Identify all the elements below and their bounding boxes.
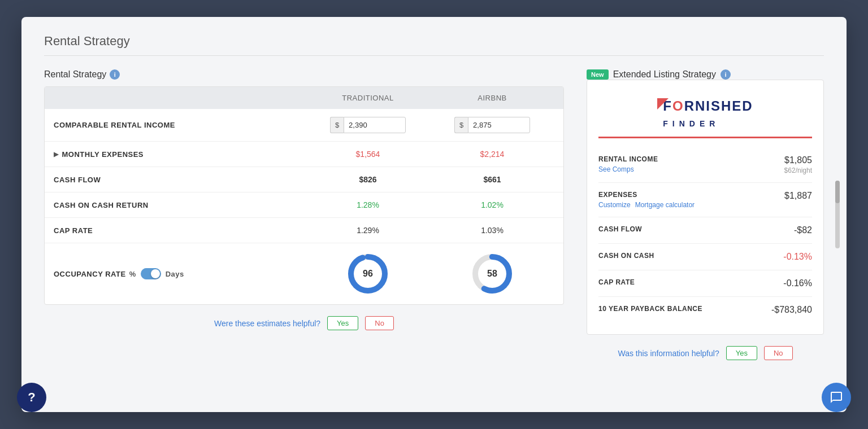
ff-caprate-label: CAP RATE <box>598 278 635 286</box>
right-helpful-text: Was this information helpful? <box>618 349 719 358</box>
rental-table: TRADITIONAL AIRBNB COMPARABLE RENTAL INC… <box>44 86 564 305</box>
row-label-expenses: ▶ MONTHLY EXPENSES <box>54 150 306 159</box>
right-helpful-row: Was this information helpful? Yes No <box>587 346 824 360</box>
ff-triangle <box>657 98 669 110</box>
rental-strategy-modal: Rental Strategy Rental Strategy i TRADIT… <box>21 17 847 412</box>
traditional-caprate: 1.29% <box>306 226 430 235</box>
chat-icon <box>830 391 843 404</box>
table-header: TRADITIONAL AIRBNB <box>45 87 563 109</box>
new-badge: New <box>587 69 609 80</box>
table-row-comparable-rental: COMPARABLE RENTAL INCOME $ $ <box>45 109 563 142</box>
header-label-col <box>54 94 306 102</box>
ff-expenses-right: $1,887 <box>784 191 812 201</box>
right-section-header: New Extended Listing Strategy i <box>587 69 824 80</box>
header-airbnb: AIRBNB <box>430 94 554 102</box>
ff-cashflow-label: CASH FLOW <box>598 225 642 233</box>
ff-row-expenses: EXPENSES Customize Mortgage calculator $… <box>598 183 812 217</box>
traditional-occupancy-donut: 96 <box>306 251 430 296</box>
occupancy-toggle-group: % Days <box>129 268 184 279</box>
table-row-expenses: ▶ MONTHLY EXPENSES $1,564 $2,214 <box>45 142 563 167</box>
donut-traditional-label: 96 <box>345 251 390 296</box>
donut-airbnb: 58 <box>470 251 515 296</box>
ff-logo-o: O <box>672 98 684 113</box>
ff-cashflow-value: -$82 <box>794 225 812 235</box>
ff-coc-value: -0.13% <box>783 252 812 262</box>
header-traditional: TRADITIONAL <box>306 94 430 102</box>
mortgage-links: Customize Mortgage calculator <box>598 201 695 209</box>
ff-payback-label: 10 YEAR PAYBACK BALANCE <box>598 305 702 313</box>
traditional-income-input[interactable] <box>344 117 406 133</box>
left-no-button[interactable]: No <box>365 316 394 330</box>
dollar-sign-trad: $ <box>330 117 344 133</box>
airbnb-occupancy-donut: 58 <box>430 251 554 296</box>
rental-strategy-info-icon[interactable]: i <box>110 69 120 80</box>
modal-body: Rental Strategy i TRADITIONAL AIRBNB COM… <box>44 69 824 360</box>
right-yes-button[interactable]: Yes <box>726 346 757 360</box>
airbnb-caprate: 1.03% <box>430 226 554 235</box>
row-label-coc: CASH ON CASH RETURN <box>54 201 306 209</box>
modal-title: Rental Strategy <box>44 34 824 49</box>
right-panel: New Extended Listing Strategy i FORNISHE… <box>587 69 824 360</box>
table-row-coc: CASH ON CASH RETURN 1.28% 1.02% <box>45 192 563 218</box>
row-label-caprate: CAP RATE <box>54 226 306 235</box>
ff-row-coc: CASH ON CASH -0.13% <box>598 244 812 270</box>
dollar-sign-airbnb: $ <box>454 117 468 133</box>
mortgage-calc-link[interactable]: Mortgage calculator <box>635 201 695 209</box>
ff-rental-income-label: RENTAL INCOME <box>598 155 658 163</box>
ff-expenses-label: EXPENSES <box>598 191 695 199</box>
chat-button[interactable] <box>822 383 851 412</box>
traditional-income-input-group: $ <box>306 117 430 133</box>
scroll-indicator[interactable] <box>835 181 840 248</box>
left-helpful-row: Were these estimates helpful? Yes No <box>44 316 564 330</box>
donut-airbnb-label: 58 <box>470 251 515 296</box>
ff-rental-income-value: $1,805 <box>784 155 812 165</box>
extended-listing-info-icon[interactable]: i <box>721 69 731 80</box>
ff-logo-line2: FINDER <box>663 119 719 128</box>
ff-rental-income-subvalue: $62/night <box>784 167 812 174</box>
donut-traditional: 96 <box>345 251 390 296</box>
furnished-finder-logo: FORNISHED FINDER <box>598 91 812 138</box>
row-label-cashflow: CASH FLOW <box>54 176 306 184</box>
furnished-finder-card: FORNISHED FINDER RENTAL INCOME See Comps <box>587 80 824 335</box>
left-panel: Rental Strategy i TRADITIONAL AIRBNB COM… <box>44 69 564 360</box>
occupancy-toggle[interactable] <box>141 268 161 279</box>
row-label-comparable: COMPARABLE RENTAL INCOME <box>54 121 306 129</box>
left-yes-button[interactable]: Yes <box>327 316 358 330</box>
airbnb-income-input[interactable] <box>468 117 530 133</box>
table-row-occupancy: OCCUPANCY RATE % Days <box>45 243 563 304</box>
see-comps-link[interactable]: See Comps <box>598 165 658 173</box>
row-label-occupancy: OCCUPANCY RATE % Days <box>54 268 306 279</box>
traditional-expenses: $1,564 <box>306 150 430 159</box>
traditional-cashflow: $826 <box>306 175 430 184</box>
ff-coc-label: CASH ON CASH <box>598 252 654 260</box>
airbnb-income-input-group: $ <box>430 117 554 133</box>
right-no-button[interactable]: No <box>764 346 793 360</box>
help-button[interactable]: ? <box>17 383 46 412</box>
left-section-title: Rental Strategy <box>44 69 106 80</box>
traditional-coc: 1.28% <box>306 200 430 209</box>
percent-label: % <box>129 270 136 278</box>
ff-rental-income-right: $1,805 $62/night <box>784 155 812 174</box>
days-label: Days <box>166 270 184 278</box>
modal-divider <box>44 55 824 56</box>
ff-row-caprate: CAP RATE -0.16% <box>598 270 812 297</box>
ff-rental-income-left: RENTAL INCOME See Comps <box>598 155 658 173</box>
scroll-thumb <box>835 181 840 203</box>
table-row-caprate: CAP RATE 1.29% 1.03% <box>45 218 563 243</box>
ff-logo-text: FORNISHED FINDER <box>657 98 753 130</box>
toggle-knob <box>151 269 160 278</box>
left-helpful-text: Were these estimates helpful? <box>214 319 320 328</box>
ff-expenses-value: $1,887 <box>784 191 812 201</box>
left-section-header: Rental Strategy i <box>44 69 564 80</box>
ff-row-payback: 10 YEAR PAYBACK BALANCE -$783,840 <box>598 297 812 323</box>
table-row-cashflow: CASH FLOW $826 $661 <box>45 167 563 192</box>
ff-expenses-left: EXPENSES Customize Mortgage calculator <box>598 191 695 209</box>
airbnb-expenses: $2,214 <box>430 150 554 159</box>
right-section-title: Extended Listing Strategy <box>613 69 716 80</box>
airbnb-coc: 1.02% <box>430 200 554 209</box>
ff-caprate-value: -0.16% <box>783 278 812 288</box>
airbnb-cashflow: $661 <box>430 175 554 184</box>
ff-row-cashflow: CASH FLOW -$82 <box>598 217 812 244</box>
customize-link[interactable]: Customize <box>598 201 631 209</box>
ff-row-rental-income: RENTAL INCOME See Comps $1,805 $62/night <box>598 147 812 183</box>
